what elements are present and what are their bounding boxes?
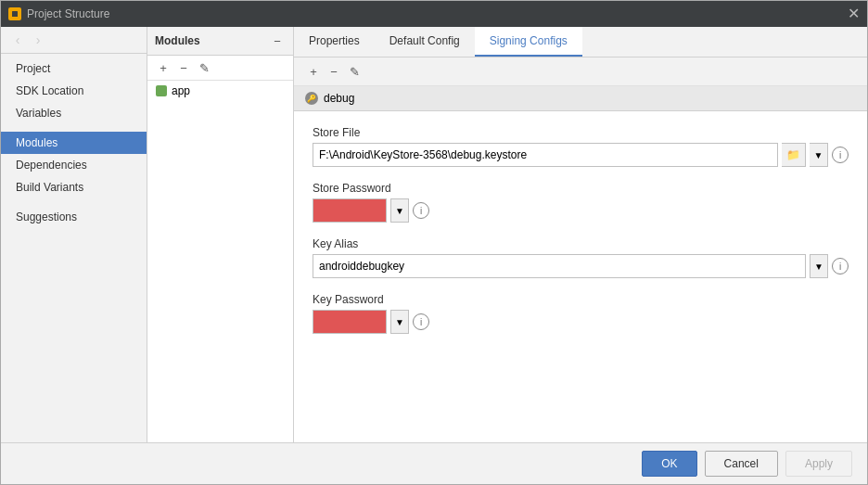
dropdown-icon: ▼ [395,206,404,216]
signing-remove-button[interactable]: − [326,63,342,80]
store-file-input[interactable] [313,143,778,167]
nav-section: Project SDK Location Variables Modules D… [1,54,147,232]
signing-add-button[interactable]: + [305,63,322,80]
modules-list: app [147,81,293,442]
key-password-group: Key Password ▼ i [313,293,849,334]
store-password-row: ▼ i [313,198,849,223]
tabs-bar: Properties Default Config Signing Config… [294,27,867,57]
key-icon: 🔑 [305,92,318,105]
store-file-row: 📁 ▼ i [313,143,849,167]
project-structure-dialog: Project Structure ✕ ‹ › Project SDK Loca… [0,0,868,485]
key-alias-row: ▼ i [313,254,849,278]
key-alias-info-button[interactable]: i [832,258,849,274]
modules-title: Modules [155,34,200,47]
main-content: Properties Default Config Signing Config… [294,27,867,442]
nav-back-button[interactable]: ‹ [8,31,27,49]
tab-signing-configs[interactable]: Signing Configs [475,27,582,57]
ok-button[interactable]: OK [642,451,696,477]
apply-button[interactable]: Apply [785,451,852,477]
module-label-app: app [172,84,190,97]
store-password-info-button[interactable]: i [413,202,429,219]
store-file-label: Store File [313,126,849,139]
sidebar-item-dependencies[interactable]: Dependencies [1,154,147,176]
nav-controls: ‹ › [1,27,147,54]
modules-edit-button[interactable]: ✎ [196,59,212,76]
nav-forward-button[interactable]: › [29,31,47,49]
modules-header: Modules − [147,27,293,56]
folder-icon: 📁 [786,148,800,161]
key-alias-dropdown-button[interactable]: ▼ [810,254,828,278]
cancel-button[interactable]: Cancel [705,451,778,477]
info-icon: i [839,262,841,272]
info-icon: i [839,150,841,160]
dropdown-icon: ▼ [395,317,404,327]
info-icon: i [420,317,422,327]
close-button[interactable]: ✕ [848,6,860,21]
key-alias-group: Key Alias ▼ i [313,237,849,278]
modules-collapse-button[interactable]: − [269,32,286,49]
title-bar-left: Project Structure [8,7,109,20]
module-android-icon [155,84,168,97]
module-item-app[interactable]: app [147,81,293,101]
svg-rect-1 [12,11,18,17]
tab-default-config[interactable]: Default Config [375,27,475,57]
dialog-content: ‹ › Project SDK Location Variables Modul… [1,27,867,442]
config-header: 🔑 debug [294,86,867,111]
nav-separator [1,124,147,132]
store-file-group: Store File 📁 ▼ i [313,126,849,167]
signing-toolbar: + − ✎ [294,57,867,86]
tab-properties[interactable]: Properties [294,27,375,57]
store-file-dropdown-button[interactable]: ▼ [810,143,828,167]
modules-toolbar: + − ✎ [147,56,293,81]
sidebar-item-project[interactable]: Project [1,57,147,80]
sidebar-item-modules[interactable]: Modules [1,132,147,154]
form-area: Store File 📁 ▼ i [294,111,867,364]
key-alias-input[interactable] [313,254,806,278]
store-password-label: Store Password [313,182,849,195]
sidebar-item-sdk-location[interactable]: SDK Location [1,80,147,102]
modules-add-button[interactable]: + [155,59,172,76]
bottom-bar: OK Cancel Apply [1,442,867,484]
key-password-label: Key Password [313,293,849,306]
key-alias-label: Key Alias [313,237,849,250]
store-password-dropdown-button[interactable]: ▼ [390,198,409,223]
dropdown-icon: ▼ [814,150,823,160]
dropdown-icon: ▼ [814,262,823,272]
modules-panel: Modules − + − ✎ app [147,27,294,442]
store-file-browse-button[interactable]: 📁 [782,143,806,167]
key-password-input[interactable] [313,310,387,334]
key-password-dropdown-button[interactable]: ▼ [390,310,409,334]
modules-remove-button[interactable]: − [175,59,192,76]
sidebar-item-build-variants[interactable]: Build Variants [1,176,147,198]
store-file-info-button[interactable]: i [832,147,849,163]
signing-edit-button[interactable]: ✎ [346,63,363,80]
window-title: Project Structure [27,7,109,20]
key-password-info-button[interactable]: i [413,313,429,330]
title-bar: Project Structure ✕ [1,1,867,27]
sidebar: ‹ › Project SDK Location Variables Modul… [1,27,147,442]
info-icon: i [420,206,422,216]
nav-separator-2 [1,198,147,206]
key-password-row: ▼ i [313,310,849,334]
title-icon [8,7,21,20]
signing-content: + − ✎ 🔑 debug Store File [294,57,867,442]
config-name: debug [324,92,354,105]
store-password-input[interactable] [313,198,387,223]
sidebar-item-variables[interactable]: Variables [1,102,147,124]
sidebar-item-suggestions[interactable]: Suggestions [1,206,147,228]
store-password-group: Store Password ▼ i [313,182,849,223]
